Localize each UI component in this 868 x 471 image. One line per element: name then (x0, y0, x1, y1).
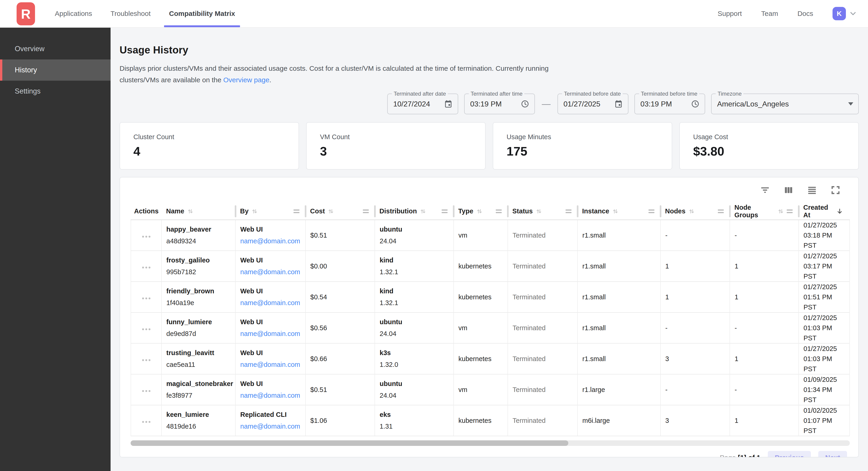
row-actions-button[interactable] (142, 297, 150, 299)
created-time: 03:18 PM PST (804, 230, 846, 251)
node-groups-cell: 1 (730, 282, 799, 313)
email-link[interactable]: name@domain.com (240, 361, 300, 368)
column-menu-icon[interactable] (363, 209, 369, 213)
cost-cell: $1.06 (306, 405, 375, 436)
row-actions-button[interactable] (142, 328, 150, 330)
email-link[interactable]: name@domain.com (240, 330, 300, 337)
row-actions-button[interactable] (142, 421, 150, 423)
created-by-source: Web UI (240, 226, 303, 233)
row-actions-button[interactable] (142, 236, 150, 238)
created-time: 03:17 PM PST (804, 261, 846, 282)
table-row: happy_beavera48d9324 Web UIname@domain.c… (131, 220, 849, 251)
col-header-distribution[interactable]: Distribution (375, 203, 454, 220)
col-header-type[interactable]: Type (454, 203, 508, 220)
table-body: happy_beavera48d9324 Web UIname@domain.c… (131, 220, 849, 436)
sidebar-item-history[interactable]: History (0, 59, 111, 81)
distribution-cell: k3s1.32.0 (375, 343, 454, 374)
col-header-created-at[interactable]: Created At (799, 203, 849, 220)
sort-icon[interactable] (327, 208, 335, 215)
fullscreen-icon[interactable] (831, 185, 841, 195)
column-menu-icon[interactable] (442, 209, 447, 213)
sort-icon[interactable] (612, 208, 619, 215)
table-row: funny_lumierede9ed87d Web UIname@domain.… (131, 313, 849, 343)
email-link[interactable]: name@domain.com (240, 299, 300, 306)
col-header-name[interactable]: Name (161, 203, 236, 220)
terminated-after-time-field[interactable]: Terminated after time 03:19 PM (464, 93, 535, 114)
calendar-icon[interactable] (614, 99, 623, 108)
stat-card-vm-count: VM Count 3 (306, 122, 486, 170)
cluster-name: keen_lumiere (166, 411, 232, 418)
overview-page-link[interactable]: Overview page (223, 76, 269, 84)
actions-cell (131, 220, 161, 251)
clock-icon[interactable] (521, 99, 529, 108)
by-cell: Web UIname@domain.com (236, 251, 306, 282)
col-header-node-groups[interactable]: Node Groups (730, 203, 799, 220)
cost-cell: $0.54 (306, 282, 375, 313)
row-actions-button[interactable] (142, 359, 150, 361)
column-menu-icon[interactable] (787, 209, 793, 213)
col-header-cost[interactable]: Cost (306, 203, 375, 220)
columns-icon[interactable] (783, 185, 794, 195)
timezone-select[interactable]: Timezone America/Los_Angeles (711, 93, 859, 114)
filter-icon[interactable] (760, 185, 770, 195)
sort-icon[interactable] (187, 208, 194, 215)
next-page-button[interactable]: Next (818, 451, 847, 458)
terminated-after-date-field[interactable]: Terminated after date 10/27/2024 (387, 93, 458, 114)
col-header-by[interactable]: By (236, 203, 306, 220)
sort-icon[interactable] (535, 208, 542, 215)
nav-item-applications[interactable]: Applications (45, 0, 101, 27)
terminated-before-time-field[interactable]: Terminated before time 03:19 PM (634, 93, 705, 114)
description-period: . (269, 76, 271, 84)
col-header-nodes[interactable]: Nodes (660, 203, 730, 220)
row-actions-button[interactable] (142, 390, 150, 392)
nav-link-support[interactable]: Support (718, 10, 742, 18)
email-link[interactable]: name@domain.com (240, 268, 300, 275)
created-time: 01:07 PM PST (804, 415, 846, 436)
sort-desc-icon[interactable] (836, 207, 844, 215)
col-header-instance[interactable]: Instance (578, 203, 660, 220)
col-header-status[interactable]: Status (508, 203, 578, 220)
sort-icon[interactable] (419, 208, 427, 215)
clock-icon[interactable] (691, 99, 700, 108)
column-menu-icon[interactable] (565, 209, 571, 213)
field-value: 01/27/2025 (563, 100, 611, 108)
replicated-logo[interactable]: R (17, 2, 35, 25)
type-cell: kubernetes (454, 343, 508, 374)
nav-item-troubleshoot[interactable]: Troubleshoot (101, 0, 160, 27)
type-cell: kubernetes (454, 282, 508, 313)
sidebar-item-settings[interactable]: Settings (0, 81, 111, 102)
column-menu-icon[interactable] (718, 209, 724, 213)
density-icon[interactable] (807, 185, 817, 195)
email-link[interactable]: name@domain.com (240, 237, 300, 245)
sort-icon[interactable] (688, 208, 695, 215)
scrollbar-thumb[interactable] (131, 440, 568, 446)
sort-icon[interactable] (476, 208, 483, 215)
nav-link-docs[interactable]: Docs (798, 10, 813, 18)
nodes-cell: - (660, 220, 730, 251)
node-groups-cell: 1 (730, 343, 799, 374)
account-menu-button[interactable]: K (833, 7, 858, 20)
actions-cell (131, 282, 161, 313)
cluster-name: friendly_brown (166, 287, 232, 295)
email-link[interactable]: name@domain.com (240, 392, 300, 399)
row-actions-button[interactable] (142, 267, 150, 268)
sidebar-item-overview[interactable]: Overview (0, 38, 111, 59)
distribution-name: eks (380, 411, 451, 418)
previous-page-button[interactable]: Previous (768, 451, 811, 458)
terminated-before-date-field[interactable]: Terminated before date 01/27/2025 (557, 93, 628, 114)
column-menu-icon[interactable] (648, 209, 654, 213)
sort-icon[interactable] (777, 208, 784, 215)
col-label: Nodes (665, 207, 686, 215)
column-menu-icon[interactable] (496, 209, 502, 213)
sort-icon[interactable] (251, 208, 258, 215)
field-value: America/Los_Angeles (717, 100, 845, 108)
column-menu-icon[interactable] (293, 209, 300, 213)
field-value: 10/27/2024 (393, 100, 441, 108)
stat-value: $3.80 (693, 144, 845, 158)
created-at-cell: 01/27/202501:03 PM PST (799, 313, 849, 343)
name-cell: keen_lumiere4819de16 (161, 405, 236, 436)
nav-item-compatibility-matrix[interactable]: Compatibility Matrix (160, 0, 244, 27)
email-link[interactable]: name@domain.com (240, 422, 300, 430)
calendar-icon[interactable] (444, 99, 453, 108)
nav-link-team[interactable]: Team (761, 10, 778, 18)
